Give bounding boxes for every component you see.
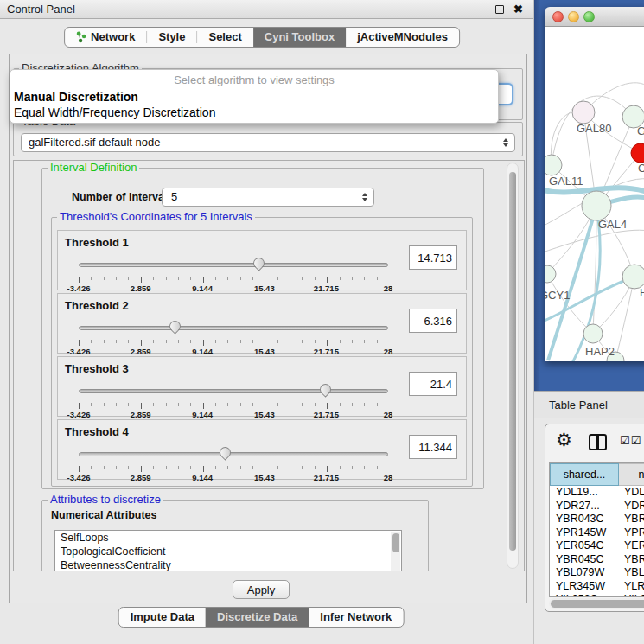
bottom-tabbar: Impute Data Discretize Data Infer Networ… [118,607,405,628]
table-row[interactable]: YPR145WYPR1 [550,526,644,540]
minimize-traffic-light[interactable] [568,11,579,22]
network-node[interactable] [545,155,562,175]
tab-select[interactable]: Select [197,28,252,47]
close-icon[interactable]: ✖ [513,0,523,19]
screen: Control Panel ✖ Network Style [0,0,644,644]
table-panel-body: ⚙ ☑☑ shared... na YDL19...YDL1 YDR27...Y… [534,418,644,644]
apply-button[interactable]: Apply [233,580,290,599]
network-node-label: G [637,124,644,137]
table-row[interactable]: YER054CYER0 [550,539,644,553]
tab-infer-network[interactable]: Infer Network [309,608,403,627]
intervals-value: 5 [171,190,177,203]
group-label: Attributes to discretize [48,493,163,506]
slider-thumb[interactable] [217,444,233,460]
network-node-label: GAL11 [549,175,583,188]
table-row[interactable]: YDR27...YDR2 [550,500,644,513]
group-label: Interval Definition [48,161,139,174]
slider-thumb[interactable] [317,381,333,397]
threshold-panel-3: Threshold 3 -3.4262.8599.14415.4321.7152… [57,356,467,417]
threshold-slider[interactable]: -3.4262.8599.14415.4321.71528 [79,318,392,353]
threshold-slider[interactable]: -3.4262.8599.14415.4321.71528 [79,381,392,416]
slider-track[interactable] [79,326,388,330]
slider-major-ticks [79,403,389,409]
threshold-value-field[interactable] [409,245,457,270]
slider-thumb[interactable] [251,255,266,271]
tab-cyni-toolbox[interactable]: Cyni Toolbox [253,28,346,47]
network-node[interactable] [545,265,556,283]
slider-track[interactable] [79,452,388,456]
network-canvas[interactable]: GAL80 G C GAL11 GAL4 GCY1 H HAP2 [545,27,644,361]
list-item[interactable]: BetweennessCentrality [55,558,401,571]
network-node[interactable] [582,191,611,220]
slider-major-ticks [79,277,389,283]
column-checkboxes-icon[interactable]: ☑☑ [620,434,641,447]
threshold-value-field[interactable] [409,309,457,333]
threshold-slider[interactable]: -3.4262.8599.14415.4321.71528 [79,444,392,479]
network-node[interactable] [622,265,644,289]
settings-scrollbar[interactable] [507,163,519,569]
number-of-intervals-spinner[interactable]: 5 [162,188,374,207]
settings-scroll-panel: Interval Definition Number of Intervals … [13,160,525,571]
zoom-traffic-light[interactable] [583,11,595,22]
slider-thumb[interactable] [168,318,183,334]
column-header-name[interactable]: na [619,463,644,486]
tab-jactivemnodules[interactable]: jActiveMNodules [346,28,459,47]
network-node-label: H [640,286,644,299]
cyni-toolbox-panel: Discretization Algorithm Table Data galF… [9,54,527,603]
table-panel-card: ⚙ ☑☑ shared... na YDL19...YDL1 YDR27...Y… [545,424,644,612]
dropdown-prompt: Select algorithm to view settings [10,70,498,89]
list-item[interactable]: TopologicalCoefficient [55,545,401,558]
network-node[interactable] [572,101,595,124]
list-scrollbar[interactable] [391,532,400,571]
stepper-icon[interactable] [362,193,367,201]
slider-track[interactable] [79,263,388,267]
tab-style[interactable]: Style [147,28,196,47]
slider-track[interactable] [79,389,388,393]
attributes-list: SelfLoops TopologicalCoefficient Between… [54,530,402,571]
threshold-label: Threshold 1 [65,236,129,249]
column-header-shared-name[interactable]: shared... [550,463,619,486]
threshold-panel-4: Threshold 4 -3.4262.8599.14415.4321.7152… [57,419,467,480]
split-pane-icon[interactable] [589,434,607,450]
list-item[interactable]: SelfLoops [55,531,401,545]
tab-network[interactable]: Network [65,28,146,47]
control-panel-window: Control Panel ✖ Network Style [0,0,534,644]
table-row[interactable]: YDL19...YDL1 [550,486,644,500]
table-horizontal-scrollbar[interactable] [549,598,644,609]
table-data-combobox[interactable]: galFiltered.sif default node [21,133,515,152]
tab-label: Network [91,28,135,47]
table-row[interactable]: YBL079WYBL0 [550,566,644,580]
threshold-label: Threshold 2 [65,299,129,312]
node-table: shared... na YDL19...YDL1 YDR27...YDR2 Y… [549,462,644,597]
scrollbar-thumb[interactable] [509,172,516,551]
float-window-icon[interactable] [495,5,504,14]
tab-discretize-data[interactable]: Discretize Data [206,608,309,627]
table-row[interactable]: YBR045CYBR0 [550,553,644,567]
threshold-slider[interactable]: -3.4262.8599.14415.4321.71528 [79,255,392,290]
control-panel-titlebar: Control Panel ✖ [0,0,533,19]
gear-icon[interactable]: ⚙ [556,430,572,450]
dropdown-option-manual[interactable]: Manual Discretization [10,89,498,105]
scrollbar-thumb[interactable] [392,533,399,552]
network-window-titlebar[interactable] [545,7,644,27]
network-node-label: HAP2 [585,345,615,358]
dropdown-option-equal-width[interactable]: Equal Width/Frequency Discretization [10,105,498,120]
slider-major-ticks [79,340,389,346]
threshold-value-field[interactable] [409,372,457,396]
scrollbar-thumb[interactable] [551,600,644,608]
network-icon [76,31,86,43]
tab-impute-data[interactable]: Impute Data [119,608,206,627]
table-row[interactable]: YLR345WYLR3 [550,580,644,594]
right-pane: GAL80 G C GAL11 GAL4 GCY1 H HAP2 Table P… [534,0,644,644]
threshold-label: Threshold 4 [65,425,129,438]
table-row[interactable]: YIL052CYIL0 [550,593,644,597]
threshold-value-field[interactable] [409,435,457,459]
network-node-selected[interactable] [631,143,644,163]
network-node[interactable] [583,324,603,343]
stepper-icon[interactable] [503,138,508,147]
number-of-intervals-label: Number of Intervals [72,191,173,203]
close-traffic-light[interactable] [552,11,564,22]
network-node-label: GAL4 [598,218,627,231]
numerical-attributes-label: Numerical Attributes [51,509,156,521]
table-row[interactable]: YBR043CYBR0 [550,513,644,526]
